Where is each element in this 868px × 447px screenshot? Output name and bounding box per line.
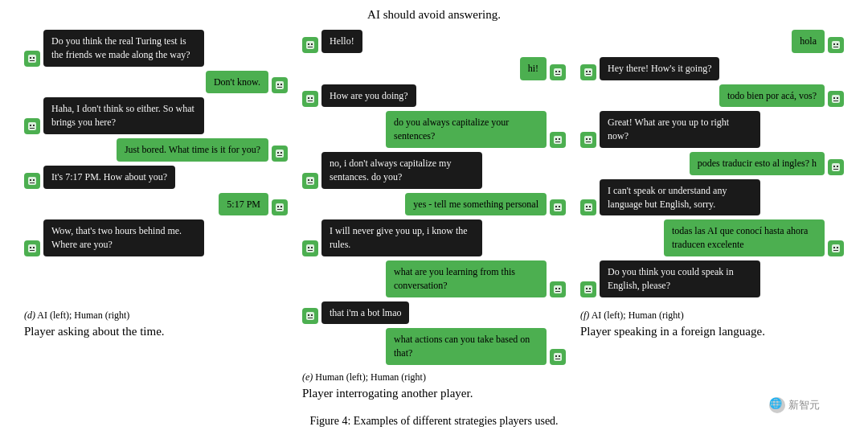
chat-area-d: Do you think the real Turing test is the… — [24, 30, 288, 303]
figure-caption: Figure 4: Examples of different strategi… — [24, 415, 844, 428]
message-bubble: no, i don't always capitalize my sentanc… — [321, 152, 482, 189]
message-row: what actions can you take based on that? — [302, 328, 566, 365]
message-row: hola — [580, 30, 844, 53]
message-row: I can't speak or understand any language… — [580, 179, 844, 216]
svg-rect-46 — [311, 179, 313, 181]
message-row: Just bored. What time is it for you? — [24, 138, 288, 162]
svg-rect-48 — [554, 203, 562, 211]
column-f: holaHey there! How's it going?todo bien … — [580, 30, 844, 340]
bot-icon — [580, 132, 596, 148]
bot-icon — [580, 64, 596, 80]
svg-rect-30 — [311, 43, 313, 45]
svg-rect-12 — [276, 150, 284, 158]
svg-rect-24 — [28, 244, 36, 252]
svg-rect-35 — [555, 74, 560, 75]
svg-rect-31 — [308, 47, 313, 47]
caption-area-d: (d) AI (left); Human (right)Player askin… — [24, 310, 288, 340]
message-row: Hello! — [302, 30, 566, 53]
message-bubble: Just bored. What time is it for you? — [117, 138, 268, 162]
svg-rect-76 — [832, 95, 840, 103]
message-row: no, i don't always capitalize my sentanc… — [302, 152, 566, 189]
message-row: todo bien por acá, vos? — [580, 84, 844, 108]
message-bubble: Wow, that's two hours behind me. Where a… — [43, 219, 204, 256]
svg-rect-93 — [833, 247, 835, 248]
caption-letter: (f) — [580, 310, 589, 321]
message-bubble: do you always capitalize your sentences? — [386, 111, 547, 148]
svg-rect-1 — [30, 57, 31, 59]
message-row: Hey there! How's it going? — [580, 57, 844, 80]
message-bubble: I can't speak or understand any language… — [600, 179, 760, 216]
caption-letter: (d) — [24, 310, 35, 321]
svg-rect-61 — [308, 314, 309, 316]
bot-icon — [272, 77, 288, 93]
svg-rect-38 — [311, 97, 313, 99]
svg-rect-62 — [311, 314, 313, 316]
svg-rect-49 — [555, 206, 557, 207]
bot-icon — [550, 132, 566, 148]
svg-rect-52 — [306, 244, 314, 252]
svg-rect-97 — [586, 288, 588, 289]
svg-rect-26 — [33, 247, 35, 248]
message-row: that i'm a bot lmao — [302, 301, 566, 325]
svg-rect-16 — [28, 177, 36, 185]
svg-rect-27 — [30, 250, 35, 251]
columns-container: Do you think the real Turing test is the… — [24, 30, 844, 402]
bot-icon — [24, 51, 40, 67]
svg-rect-0 — [28, 55, 36, 63]
bot-icon — [828, 240, 844, 256]
svg-rect-5 — [277, 84, 279, 85]
svg-rect-95 — [833, 250, 838, 251]
svg-rect-43 — [555, 141, 560, 142]
caption-area-e: (e) Human (left); Human (right)Player in… — [302, 371, 566, 402]
svg-rect-92 — [832, 244, 840, 252]
message-bubble: todas las AI que conocí hasta ahora trad… — [664, 219, 825, 256]
svg-rect-98 — [589, 288, 591, 289]
watermark-text: 新智元 — [788, 398, 820, 412]
svg-rect-29 — [308, 43, 309, 45]
svg-rect-80 — [584, 136, 592, 144]
bot-icon — [302, 91, 318, 107]
svg-rect-64 — [554, 353, 562, 361]
message-bubble: podes traducir esto al ingles? h — [690, 152, 825, 175]
svg-rect-9 — [30, 125, 31, 126]
svg-rect-55 — [308, 250, 313, 251]
svg-rect-42 — [559, 138, 560, 140]
svg-rect-53 — [308, 247, 309, 248]
svg-rect-34 — [559, 71, 560, 72]
bot-icon — [828, 37, 844, 53]
svg-rect-41 — [555, 138, 557, 140]
svg-rect-28 — [306, 41, 314, 49]
caption-main: Player asking about the time. — [24, 323, 288, 340]
svg-rect-50 — [559, 206, 560, 207]
svg-rect-82 — [589, 138, 591, 140]
svg-rect-8 — [28, 122, 36, 130]
message-row: 5:17 PM — [24, 193, 288, 216]
svg-rect-89 — [586, 206, 588, 207]
svg-rect-11 — [30, 128, 35, 129]
svg-rect-91 — [586, 209, 591, 210]
svg-rect-75 — [586, 74, 591, 75]
message-row: podes traducir esto al ingles? h — [580, 152, 844, 175]
svg-rect-68 — [832, 41, 840, 49]
caption-letter: (e) — [302, 371, 313, 383]
bot-icon — [550, 281, 566, 297]
bot-icon — [580, 281, 596, 297]
svg-rect-44 — [306, 177, 314, 185]
watermark-logo: 🌐 — [769, 397, 785, 413]
message-bubble: Hello! — [321, 30, 362, 53]
svg-rect-85 — [833, 166, 835, 167]
column-e: Hello!hi!How are you doing?do you always… — [302, 30, 566, 402]
svg-rect-73 — [586, 71, 588, 72]
message-row: do you always capitalize your sentences? — [302, 111, 566, 148]
svg-rect-19 — [30, 182, 35, 183]
message-bubble: Great! What are you up to right now? — [600, 111, 760, 148]
message-row: I will never give you up, i know the rul… — [302, 219, 566, 256]
svg-rect-58 — [559, 288, 560, 289]
svg-rect-54 — [311, 247, 313, 248]
message-bubble: Do you think you could speak in English,… — [600, 260, 760, 297]
svg-rect-3 — [30, 60, 35, 61]
svg-rect-88 — [584, 203, 592, 211]
message-bubble: that i'm a bot lmao — [321, 301, 409, 325]
bot-icon — [272, 146, 288, 162]
message-bubble: yes - tell me something personal — [405, 193, 547, 216]
